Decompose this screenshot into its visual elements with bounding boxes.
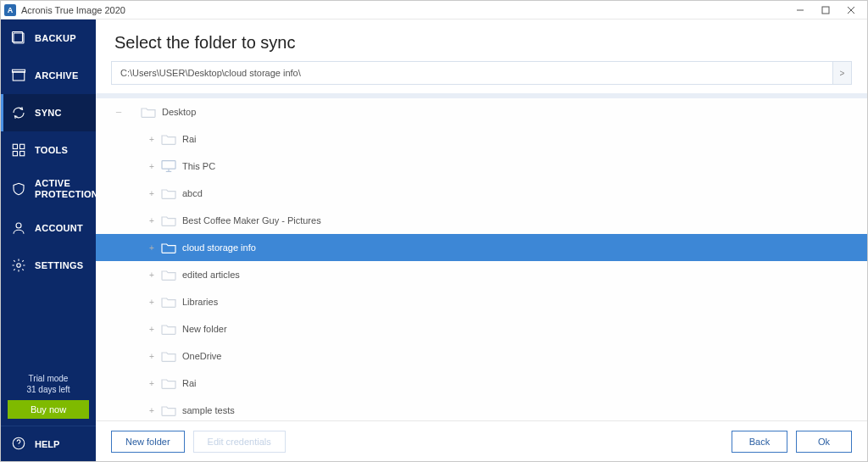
svg-rect-7 [13, 70, 25, 72]
svg-rect-8 [13, 144, 17, 148]
sidebar-item-help[interactable]: HELP [1, 426, 96, 461]
trial-status: Trial mode 31 days left [26, 373, 70, 395]
titlebar: A Acronis True Image 2020 [1, 1, 867, 19]
app-icon: A [4, 4, 16, 16]
tree-item[interactable]: +This PC [96, 153, 867, 180]
folder-icon [159, 214, 179, 227]
sidebar-item-label: ACTIVE PROTECTION [35, 178, 98, 200]
tree-item[interactable]: +Rai [96, 125, 867, 153]
tree-item[interactable]: +sample tests [96, 397, 867, 420]
svg-rect-1 [822, 7, 829, 14]
pc-icon [159, 159, 179, 173]
buy-now-button[interactable]: Buy now [8, 400, 89, 419]
sidebar-item-label: ACCOUNT [35, 223, 83, 233]
folder-icon [159, 295, 179, 309]
folder-icon [159, 186, 179, 200]
sidebar-item-label: SYNC [35, 108, 62, 118]
folder-icon [159, 349, 179, 363]
new-folder-button[interactable]: New folder [111, 431, 185, 453]
help-icon [11, 436, 26, 453]
edit-credentials-button: Edit credentials [193, 431, 286, 453]
tree-item-label: edited articles [182, 270, 240, 280]
sidebar-item-tools[interactable]: TOOLS [1, 131, 96, 169]
folder-icon [159, 132, 179, 146]
svg-rect-11 [20, 152, 25, 156]
tree-item[interactable]: +edited articles [96, 261, 867, 288]
svg-rect-9 [20, 144, 25, 148]
app-window: A Acronis True Image 2020 BACKUP ARCHIVE… [0, 0, 868, 462]
close-button[interactable] [838, 1, 864, 19]
tree-item[interactable]: +cloud storage info [96, 234, 867, 261]
shield-icon [11, 181, 26, 197]
back-button[interactable]: Back [732, 431, 787, 453]
tree-item[interactable]: +Libraries [96, 288, 867, 315]
tree-item-label: This PC [182, 161, 215, 171]
gear-icon [11, 258, 26, 273]
tree-item[interactable]: +Best Coffee Maker Guy - Pictures [96, 207, 867, 234]
folder-tree[interactable]: −Desktop+Rai+This PC+abcd+Best Coffee Ma… [96, 93, 867, 420]
sidebar-item-sync[interactable]: SYNC [1, 94, 96, 131]
path-bar: > [111, 61, 852, 85]
tree-item-label: Libraries [182, 297, 218, 307]
folder-icon [159, 322, 179, 336]
folder-icon [138, 105, 159, 119]
svg-point-15 [19, 446, 19, 447]
page-title: Select the folder to sync [96, 19, 867, 61]
tree-item-label: cloud storage info [182, 242, 256, 253]
tree-item-label: Rai [182, 134, 197, 144]
tree-root[interactable]: −Desktop [96, 98, 867, 125]
sidebar-item-active-protection[interactable]: ACTIVE PROTECTION [1, 169, 96, 209]
sidebar-item-label: ARCHIVE [35, 70, 79, 81]
ok-button[interactable]: Ok [796, 431, 852, 453]
main-panel: Select the folder to sync > −Desktop+Rai… [96, 19, 867, 461]
sidebar-item-label: BACKUP [35, 33, 76, 43]
sidebar-item-label: TOOLS [35, 145, 68, 155]
sync-icon [11, 105, 26, 120]
backup-icon [11, 31, 26, 46]
archive-icon [11, 68, 26, 83]
path-input[interactable] [112, 62, 832, 84]
minimize-button[interactable] [787, 1, 813, 19]
tree-item-label: Desktop [162, 107, 196, 117]
sidebar-item-settings[interactable]: SETTINGS [1, 247, 96, 284]
sidebar: BACKUP ARCHIVE SYNC TOOLS ACTIVE PROTECT… [1, 19, 96, 461]
folder-icon [159, 404, 179, 417]
tree-item-label: Best Coffee Maker Guy - Pictures [182, 215, 321, 225]
footer: New folder Edit credentials Back Ok [96, 420, 867, 461]
svg-rect-16 [162, 161, 175, 170]
tree-item[interactable]: +abcd [96, 180, 867, 207]
sidebar-item-label: HELP [35, 439, 59, 449]
window-title: Acronis True Image 2020 [21, 5, 125, 15]
tree-item-label: sample tests [182, 405, 235, 415]
sidebar-item-archive[interactable]: ARCHIVE [1, 57, 96, 94]
svg-rect-6 [13, 72, 25, 81]
tree-item-label: abcd [182, 188, 203, 198]
sidebar-item-backup[interactable]: BACKUP [1, 19, 96, 57]
tree-item-label: New folder [182, 324, 227, 334]
maximize-button[interactable] [813, 1, 838, 19]
svg-point-13 [17, 264, 21, 268]
trial-line2: 31 days left [26, 384, 70, 395]
trial-line1: Trial mode [26, 373, 70, 384]
tree-item[interactable]: +Rai [96, 370, 867, 397]
sidebar-item-account[interactable]: ACCOUNT [1, 209, 96, 247]
folder-icon [159, 268, 179, 281]
tree-item[interactable]: +New folder [96, 315, 867, 342]
tree-item-label: OneDrive [182, 351, 221, 361]
folder-icon [159, 241, 179, 254]
svg-rect-10 [13, 152, 17, 156]
tree-item[interactable]: +OneDrive [96, 342, 867, 370]
folder-icon [159, 376, 179, 390]
tools-icon [11, 142, 26, 158]
account-icon [11, 220, 26, 236]
path-go-button[interactable]: > [832, 62, 851, 84]
svg-point-12 [16, 223, 21, 228]
tree-item-label: Rai [182, 378, 197, 388]
sidebar-item-label: SETTINGS [35, 260, 83, 270]
